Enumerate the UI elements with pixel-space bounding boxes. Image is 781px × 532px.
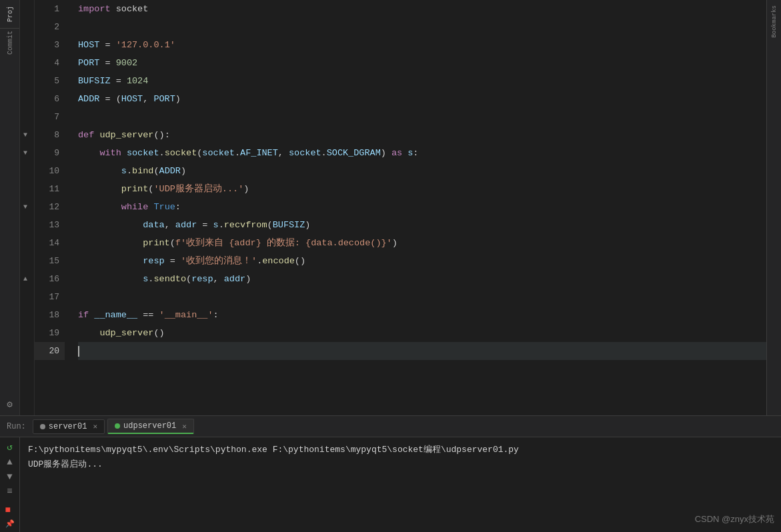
code-line-3: HOST = '127.0.0.1' [78,36,766,54]
activity-item-proj[interactable]: Proj [1,5,19,23]
code-line-6: ADDR = (HOST, PORT) [78,90,766,108]
code-line-2 [78,18,766,36]
tab-running-dot [115,423,120,429]
output-command-text: F:\pythonitems\mypyqt5\.env\Scripts\pyth… [28,445,519,455]
line-numbers: 1 2 3 4 5 6 7 8 9 10 11 12 13 14 15 16 1… [35,0,71,410]
code-line-16: s.sendto(resp, addr) [78,270,766,288]
code-line-8: def udp_server(): [78,126,766,144]
code-line-14: print(f'收到来自 {addr} 的数据: {data.decode()}… [78,234,766,252]
run-controls: ↺ ▲ ▼ ≡ ■ 📌 [0,437,20,532]
output-command-line: F:\pythonitems\mypyqt5\.env\Scripts\pyth… [28,443,773,457]
code-line-extra-1 [78,360,766,378]
bookmarks-icon[interactable]: Bookmarks [771,5,778,38]
tab-status-dot [40,424,45,429]
gutter-panel: ▼ ▼ ▼ ▲ [20,0,35,415]
code-line-15: resp = '收到您的消息！'.encode() [78,252,766,270]
watermark: CSDN @znyx技术苑 [695,513,774,525]
run-tabs-bar: Run: server01 ✕ udpserver01 ✕ [0,416,781,437]
activity-item-commit[interactable]: Commit [1,34,19,51]
scroll-down-button[interactable]: ▼ [7,471,12,482]
code-line-extra-2 [78,378,766,396]
run-output-area: F:\pythonitems\mypyqt5\.env\Scripts\pyth… [20,437,781,532]
rerun-button[interactable]: ↺ [7,441,12,453]
run-tab-server01[interactable]: server01 ✕ [33,419,105,434]
tab-udpserver01-label: udpserver01 [123,421,176,431]
run-content: ↺ ▲ ▼ ≡ ■ 📌 F:\pythonitems\mypyqt5\.env\… [0,437,781,532]
run-panel: Run: server01 ✕ udpserver01 ✕ ↺ ▲ ▼ ≡ ■ … [0,415,781,532]
wrap-lines-button[interactable]: ≡ [7,486,12,497]
scroll-up-button[interactable]: ▲ [7,457,12,467]
code-line-20 [78,342,766,360]
activity-bar: Proj Commit ⚙ [0,0,20,415]
output-server-started: UDP服务器启动... [28,459,103,469]
run-label: Run: [7,422,26,431]
run-tab-udpserver01[interactable]: udpserver01 ✕ [107,419,194,434]
code-line-10: s.bind(ADDR) [78,162,766,180]
settings-icon[interactable]: ⚙ [7,399,12,410]
code-line-7 [78,108,766,126]
code-editor[interactable]: 1 2 3 4 5 6 7 8 9 10 11 12 13 14 15 16 1… [35,0,766,415]
fold-icon-16[interactable]: ▲ [23,275,27,283]
code-content-area[interactable]: import socket HOST = '127.0.0.1' PORT = … [71,0,766,410]
code-line-18: ▶ if __name__ == '__main__': [78,306,766,324]
code-line-9: with socket.socket(socket.AF_INET, socke… [78,144,766,162]
code-line-1: import socket [78,0,766,18]
tab-close-udpserver01[interactable]: ✕ [182,422,187,431]
output-text-line: UDP服务器启动... [28,457,773,472]
right-panel: Bookmarks [766,0,781,415]
code-line-19: udp_server() [78,324,766,342]
code-line-12: while True: [78,198,766,216]
fold-icon-12[interactable]: ▼ [23,203,27,211]
tab-server01-label: server01 [49,422,87,431]
stop-button[interactable]: ■ [5,505,15,515]
fold-icon-9[interactable]: ▼ [23,149,27,157]
horizontal-scrollbar[interactable] [35,410,766,415]
code-line-13: data, addr = s.recvfrom(BUFSIZ) [78,216,766,234]
text-cursor [78,346,79,357]
code-line-5: BUFSIZ = 1024 [78,72,766,90]
fold-icon-8[interactable]: ▼ [23,131,27,139]
code-line-4: PORT = 9002 [78,54,766,72]
code-line-11: print('UDP服务器启动...') [78,180,766,198]
pin-button[interactable]: 📌 [5,519,15,528]
tab-close-server01[interactable]: ✕ [93,422,97,431]
code-line-17 [78,288,766,306]
